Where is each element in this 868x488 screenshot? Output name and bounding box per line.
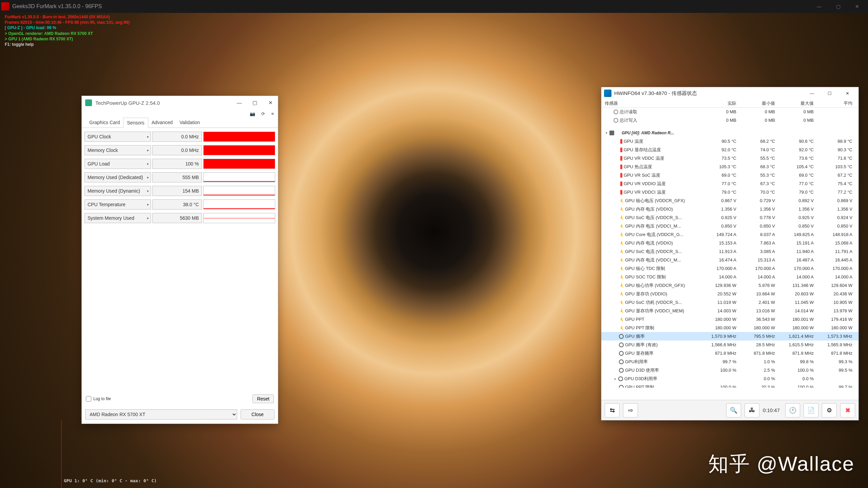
total-row[interactable]: 总计写入0 MB0 MB0 MB xyxy=(601,116,858,124)
sensor-row[interactable]: GPU 显存功率 (VDDCI_MEM)14.003 W13.016 W14.0… xyxy=(601,307,858,315)
sensor-row[interactable]: GPU 内存 电流 (VDDIO)15.153 A7.863 A15.191 A… xyxy=(601,239,858,247)
sensor-row[interactable]: GPU 核心功率 (VDDCR_GFX)129.936 W5.876 W131.… xyxy=(601,281,858,290)
sensor-row[interactable]: GPU 内存 电流 (VDDCI_M...16.474 A15.313 A16.… xyxy=(601,256,858,264)
reset-button[interactable]: Reset xyxy=(252,394,274,403)
sensor-row[interactable]: GPU VR VDDIO 温度77.0 °C67.3 °C77.0 °C75.4… xyxy=(601,179,858,188)
gpuz-title: TechPowerUp GPU-Z 2.54.0 xyxy=(95,100,160,106)
chevron-down-icon[interactable]: ▾ xyxy=(605,131,608,135)
sensor-row[interactable]: GPU SoC 电压 (VDDCR_S...0.925 V0.778 V0.92… xyxy=(601,213,858,222)
row-max: 14.000 A xyxy=(778,274,816,279)
gpu-select[interactable]: AMD Radeon RX 5700 XT xyxy=(85,409,237,419)
hwinfo-toolbar: ⇆ ⇨ 🔍 🖧 0:10:47 🕐 📄 ⚙ ✖ xyxy=(601,400,858,420)
sensor-label-dropdown[interactable]: Memory Used (Dedicated) xyxy=(84,172,151,182)
sensor-label-dropdown[interactable]: Memory Clock xyxy=(84,145,151,155)
tab-sensors[interactable]: Sensors xyxy=(123,118,148,128)
col-current[interactable]: 实际 xyxy=(700,100,739,106)
clock-icon xyxy=(619,385,624,388)
menu-icon[interactable]: ≡ xyxy=(271,111,274,116)
row-avg: 0.869 V xyxy=(816,198,855,203)
sensor-row[interactable]: GPU PPT 限制180.000 W180.000 W180.000 W180… xyxy=(601,324,858,332)
nav-arrows-icon[interactable]: ⇆ xyxy=(605,403,620,417)
settings-icon[interactable]: ⚙ xyxy=(822,403,837,417)
expand-icon[interactable]: ⇨ xyxy=(623,403,638,417)
sensor-row[interactable]: GPU 显存结点温度92.0 °C74.0 °C92.0 °C90.3 °C xyxy=(601,145,858,154)
sensor-row[interactable]: ▸GPU D3D利用率0.0 %0.0 % xyxy=(601,374,858,383)
col-min[interactable]: 最小值 xyxy=(739,100,778,106)
row-avg: 67.2 °C xyxy=(816,173,855,178)
close-button[interactable]: Close xyxy=(241,409,275,419)
col-sensor[interactable]: 传感器 xyxy=(605,100,700,106)
maximize-button[interactable]: ☐ xyxy=(821,88,838,98)
sensor-row[interactable]: GPU D3D 使用率100.0 %2.5 %100.0 %99.5 % xyxy=(601,366,858,374)
sensor-row[interactable]: GPU 核心 TDC 限制170.000 A170.000 A170.000 A… xyxy=(601,264,858,273)
gpuz-window[interactable]: TechPowerUp GPU-Z 2.54.0 — ▢ ✕ 📷 ⟳ ≡ Gra… xyxy=(81,96,278,424)
sensor-row[interactable]: GPU VR SoC 温度69.0 °C55.3 °C69.0 °C67.2 °… xyxy=(601,171,858,179)
sensor-row[interactable]: GPU SoC 功耗 (VDDCR_S...11.019 W2.401 W11.… xyxy=(601,298,858,307)
row-min: 14.000 A xyxy=(739,274,778,279)
tab-advanced[interactable]: Advanced xyxy=(148,118,176,128)
minimize-button[interactable]: — xyxy=(810,0,829,13)
close-button[interactable]: ✕ xyxy=(839,88,856,98)
close-button[interactable]: ✕ xyxy=(266,100,275,106)
close-button[interactable]: ✕ xyxy=(848,0,867,13)
sensor-row[interactable]: GPU 频率 (有效)1,566.6 MHz28.5 MHz1,615.5 MH… xyxy=(601,340,858,349)
row-min: 67.3 °C xyxy=(739,181,778,186)
gpuz-sensor-body: GPU Clock0.0 MHzMemory Clock0.0 MHzGPU L… xyxy=(82,128,278,227)
sensor-row[interactable]: GPU VR VDDC 温度73.5 °C55.5 °C73.6 °C71.6 … xyxy=(601,154,858,162)
chevron-right-icon[interactable]: ▸ xyxy=(614,377,617,380)
sensor-row[interactable]: GPU SoC 电流 (VDDCR_S...11.913 A3.085 A11.… xyxy=(601,247,858,256)
log-to-file-input[interactable] xyxy=(86,396,91,402)
network-icon[interactable]: 🖧 xyxy=(744,403,759,417)
voltage-icon xyxy=(619,215,624,220)
sensor-row[interactable]: GPU SOC TDC 限制14.000 A14.000 A14.000 A14… xyxy=(601,273,858,281)
row-avg: 0.924 V xyxy=(816,215,855,220)
hwinfo-scroll-area[interactable]: 总计读取0 MB0 MB0 MB总计写入0 MB0 MB0 MB▾GPU [#0… xyxy=(601,108,858,388)
elapsed-time: 0:10:47 xyxy=(763,407,780,413)
col-avg[interactable]: 平均 xyxy=(816,100,855,106)
sensor-label-dropdown[interactable]: GPU Load xyxy=(84,159,151,169)
row-label: GPU 内存 电压 (VDDIO) xyxy=(605,206,700,212)
sensor-row[interactable]: GPU 热点温度105.3 °C68.3 °C105.4 °C103.5 °C xyxy=(601,162,858,171)
total-row[interactable]: 总计读取0 MB0 MB0 MB xyxy=(601,108,858,116)
gpu-group-row[interactable]: ▾GPU [#0]: AMD Radeon R... xyxy=(601,129,858,137)
sensor-row[interactable]: GPU 显存功 (VDDIO)20.552 W10.664 W20.603 W2… xyxy=(601,290,858,298)
tab-validation[interactable]: Validation xyxy=(176,118,203,128)
hwinfo-titlebar[interactable]: HWiNFO64 v7.30-4870 - 传感器状态 — ☐ ✕ xyxy=(601,87,858,99)
row-current: 14.003 W xyxy=(700,308,739,313)
sensor-row[interactable]: GPU 内存 电压 (VDDIO)1.356 V1.356 V1.356 V1.… xyxy=(601,205,858,213)
sensor-label-dropdown[interactable]: CPU Temperature xyxy=(84,199,151,210)
sensor-row[interactable]: GPU PPT180.000 W36.543 W180.001 W179.416… xyxy=(601,315,858,324)
refresh-icon[interactable]: ⟳ xyxy=(261,111,265,116)
sensor-row[interactable]: GPU 温度90.5 °C68.2 °C90.6 °C88.9 °C xyxy=(601,137,858,145)
sensor-label-dropdown[interactable]: System Memory Used xyxy=(84,213,151,223)
overlay-line-1: FurMark v1.35.0.0 - Burn-in test, 2560x1… xyxy=(5,14,130,20)
maximize-button[interactable]: ▢ xyxy=(251,100,259,106)
exit-icon[interactable]: ✖ xyxy=(840,403,855,417)
sensor-row[interactable]: GPU 内存 电压 (VDDCI_M...0.850 V0.850 V0.850… xyxy=(601,222,858,230)
sensor-row[interactable]: GPU VR VDDCI 温度79.0 °C70.0 °C79.0 °C77.2… xyxy=(601,188,858,196)
clock-icon[interactable]: 🕐 xyxy=(785,403,800,417)
sensor-row[interactable]: GPU 显存频率871.8 MHz871.8 MHz871.8 MHz871.8… xyxy=(601,349,858,357)
search-icon[interactable]: 🔍 xyxy=(726,403,741,417)
furmark-titlebar[interactable]: Geeks3D FurMark v1.35.0.0 - 96FPS — ▢ ✕ xyxy=(0,0,868,13)
log-to-file-checkbox[interactable]: Log to file xyxy=(86,396,111,402)
save-icon[interactable]: 📄 xyxy=(804,403,818,417)
minimize-button[interactable]: — xyxy=(235,100,243,106)
sensor-row[interactable]: GPU Core 电流 (VDDCR_G...149.724 A8.037 A1… xyxy=(601,230,858,239)
sensor-row[interactable]: GPU利用率99.7 %1.0 %99.8 %99.3 % xyxy=(601,357,858,366)
sensor-row[interactable]: GPU PPT 限制100.0 %20.3 %100.0 %99.7 % xyxy=(601,383,858,388)
sensor-row[interactable]: GPU 核心电压 (VDDCR_GFX)0.867 V0.729 V0.892 … xyxy=(601,196,858,205)
gpuz-titlebar[interactable]: TechPowerUp GPU-Z 2.54.0 — ▢ ✕ xyxy=(82,96,278,110)
minimize-button[interactable]: — xyxy=(804,88,820,98)
sensor-label-dropdown[interactable]: Memory Used (Dynamic) xyxy=(84,186,151,196)
sensor-label-dropdown[interactable]: GPU Clock xyxy=(84,132,151,142)
sensor-row[interactable]: GPU 频率1,570.9 MHz795.5 MHz1,621.4 MHz1,5… xyxy=(601,332,858,340)
row-current: 100.0 % xyxy=(700,385,739,388)
screenshot-icon[interactable]: 📷 xyxy=(250,111,255,116)
tab-graphics-card[interactable]: Graphics Card xyxy=(86,118,123,128)
gpuz-toolbar: 📷 ⟳ ≡ xyxy=(82,110,278,118)
row-max: 0 MB xyxy=(778,118,816,123)
hwinfo-window[interactable]: HWiNFO64 v7.30-4870 - 传感器状态 — ☐ ✕ 传感器 实际… xyxy=(601,87,859,421)
maximize-button[interactable]: ▢ xyxy=(829,0,848,13)
col-max[interactable]: 最大值 xyxy=(778,100,816,106)
